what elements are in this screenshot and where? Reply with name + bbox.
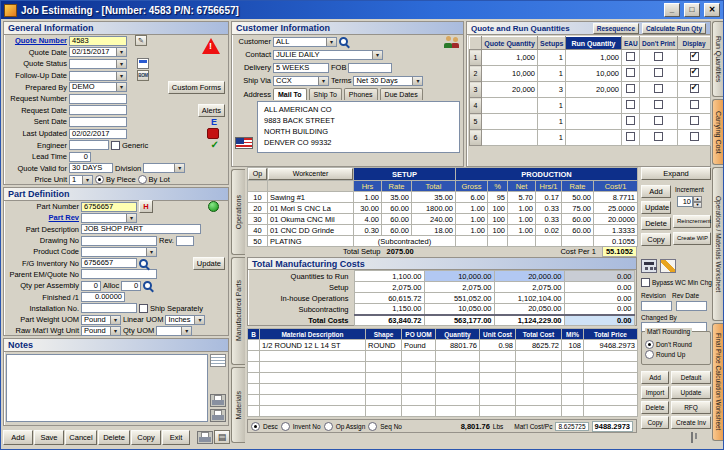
- tab-materials[interactable]: Materials: [231, 367, 245, 443]
- drawing-no-field[interactable]: [81, 236, 157, 246]
- mat-rfq-button[interactable]: RFQ: [671, 401, 711, 414]
- search-icon[interactable]: [143, 281, 152, 290]
- mat-delete-button[interactable]: Delete: [641, 401, 669, 414]
- customer-select[interactable]: ALL: [273, 37, 337, 47]
- engineering-icon[interactable]: E: [211, 117, 217, 127]
- part-rev-link[interactable]: Part Rev: [7, 213, 79, 222]
- display-checkbox[interactable]: [690, 68, 699, 77]
- search-icon[interactable]: [339, 37, 348, 46]
- part-rev-select[interactable]: [81, 213, 137, 223]
- op-copy-button[interactable]: Copy: [641, 233, 671, 246]
- by-lot-radio[interactable]: [138, 175, 147, 184]
- display-checkbox[interactable]: [690, 100, 699, 109]
- tab-due-dates[interactable]: Due Dates: [380, 88, 423, 100]
- last-updated-field[interactable]: 02/02/2017: [69, 129, 127, 139]
- history-button[interactable]: H: [139, 200, 153, 213]
- search-icon[interactable]: [139, 259, 148, 268]
- quantity-row[interactable]: 320,000320,000: [470, 82, 711, 98]
- close-button[interactable]: ✕: [704, 3, 720, 17]
- delete-button[interactable]: Delete: [98, 430, 130, 445]
- increment-value[interactable]: 10: [677, 196, 693, 207]
- operation-row[interactable]: 3001 Okuma CNC Mil4.0060.00240.001.00100…: [248, 214, 638, 225]
- update-button[interactable]: Update: [193, 257, 225, 270]
- part-description-field[interactable]: JOB SHOP PART: [81, 224, 201, 234]
- dont-print-checkbox[interactable]: [654, 116, 663, 125]
- notepad-icon[interactable]: [210, 354, 226, 367]
- round-up-radio[interactable]: [645, 350, 654, 359]
- quantity-row[interactable]: 41: [470, 98, 711, 114]
- expand-button[interactable]: Expand: [641, 167, 711, 180]
- quantity-row[interactable]: 210,000110,000: [470, 66, 711, 82]
- prepared-by-select[interactable]: DEMO: [69, 82, 127, 92]
- dont-print-checkbox[interactable]: [654, 100, 663, 109]
- quote-number-link[interactable]: Quote Number: [7, 36, 67, 45]
- materials-empty-row[interactable]: [248, 395, 638, 406]
- request-number-field[interactable]: [69, 94, 127, 104]
- materials-empty-row[interactable]: [248, 384, 638, 395]
- eau-checkbox[interactable]: [626, 132, 635, 141]
- maximize-button[interactable]: □: [684, 3, 700, 17]
- dont-print-checkbox[interactable]: [654, 68, 663, 77]
- printer-icon[interactable]: [691, 432, 693, 443]
- increment-stepper[interactable]: 10 ▲▼: [677, 196, 702, 208]
- follow-up-date-field[interactable]: [69, 71, 127, 81]
- bypass-wc-checkbox[interactable]: [641, 278, 650, 287]
- request-date-field[interactable]: [69, 105, 127, 115]
- eau-checkbox[interactable]: [626, 100, 635, 109]
- op-update-button[interactable]: Update: [641, 201, 671, 214]
- dont-print-checkbox[interactable]: [654, 52, 663, 61]
- cost-cell[interactable]: 10,000.00: [424, 271, 494, 282]
- dont-print-checkbox[interactable]: [654, 84, 663, 93]
- alloc-field[interactable]: 0: [121, 281, 141, 291]
- generic-checkbox[interactable]: [111, 141, 120, 150]
- printer-icon[interactable]: [210, 409, 226, 422]
- fg-inventory-field[interactable]: 6756657: [81, 258, 137, 268]
- tab-operations-materials-worksheet[interactable]: Operations / Materials Worksheet: [712, 167, 724, 321]
- dont-round-radio[interactable]: [645, 340, 654, 349]
- tab-mail-to[interactable]: Mail To: [273, 88, 307, 100]
- materials-empty-row[interactable]: [248, 373, 638, 384]
- part-number-field[interactable]: 6756657: [81, 202, 137, 212]
- tab-ship-to[interactable]: Ship To: [309, 88, 342, 100]
- exit-button[interactable]: Exit: [162, 430, 190, 445]
- quantity-row[interactable]: 61: [470, 130, 711, 146]
- sent-date-field[interactable]: [69, 117, 127, 127]
- rev-date-field[interactable]: [676, 301, 707, 311]
- qty-uom-select[interactable]: [156, 326, 192, 336]
- increment-down-icon[interactable]: ▼: [693, 202, 702, 208]
- window-icon[interactable]: [137, 58, 149, 69]
- materials-empty-row[interactable]: [248, 351, 638, 362]
- create-inv-button[interactable]: Create Inv: [671, 416, 711, 429]
- print-button[interactable]: [197, 431, 213, 444]
- mat-add-button[interactable]: Add: [641, 371, 669, 384]
- material-row[interactable]: 1/2 ROUND 12 L 14 STROUNDPound8801.760.9…: [248, 340, 638, 351]
- part-weight-uom-select[interactable]: Pound: [81, 315, 121, 325]
- seq-no-radio[interactable]: [368, 422, 377, 431]
- mat-default-button[interactable]: Default: [671, 371, 711, 384]
- raw-weight-uom-select[interactable]: Pound: [81, 326, 121, 336]
- ship-separately-checkbox[interactable]: [139, 304, 148, 313]
- create-wip-button[interactable]: Create WIP: [673, 232, 711, 245]
- edit-note-icon[interactable]: ✎: [135, 35, 147, 46]
- quote-date-field[interactable]: 02/15/2017: [69, 47, 127, 57]
- ship-via-select[interactable]: CCX: [273, 76, 329, 86]
- price-unit-select[interactable]: 1: [69, 175, 93, 185]
- tab-carrying-cost[interactable]: Carrying Cost: [712, 99, 724, 165]
- op-delete-button[interactable]: Delete: [641, 217, 671, 230]
- tab-manufactured-parts[interactable]: Manufactured Parts: [231, 257, 245, 365]
- parent-quote-field[interactable]: [81, 269, 157, 279]
- mat-copy-button[interactable]: Copy: [641, 416, 669, 429]
- resequence-button[interactable]: Resequence: [593, 23, 639, 34]
- division-select[interactable]: [143, 163, 185, 173]
- desc-radio[interactable]: [251, 422, 260, 431]
- op-assign-radio[interactable]: [324, 422, 333, 431]
- eau-checkbox[interactable]: [626, 116, 635, 125]
- cost-cell[interactable]: 1,100.00: [354, 271, 424, 282]
- quantity-row[interactable]: 51: [470, 114, 711, 130]
- custom-forms-button[interactable]: Custom Forms: [168, 81, 225, 94]
- mat-update-button[interactable]: Update: [671, 386, 711, 399]
- eau-checkbox[interactable]: [626, 84, 635, 93]
- minimize-button[interactable]: _: [664, 3, 680, 17]
- printer-icon[interactable]: [210, 394, 226, 407]
- invent-no-radio[interactable]: [281, 422, 290, 431]
